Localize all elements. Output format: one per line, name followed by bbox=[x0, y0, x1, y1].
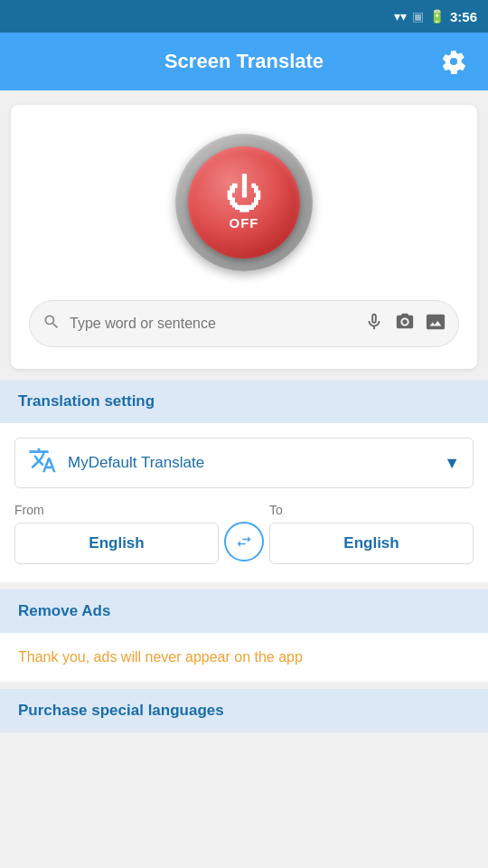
search-actions bbox=[364, 312, 446, 336]
translation-setting-header: Translation setting bbox=[0, 380, 488, 423]
translator-dropdown[interactable]: MyDefault Translate ▼ bbox=[14, 438, 474, 488]
from-label: From bbox=[14, 503, 219, 517]
status-time: 3:56 bbox=[450, 9, 477, 24]
swap-col bbox=[219, 522, 269, 561]
status-icons: ▾▾ ▣ 🔋 3:56 bbox=[394, 9, 477, 24]
to-label: To bbox=[269, 503, 474, 517]
settings-button[interactable] bbox=[437, 45, 470, 78]
from-language-col: From English bbox=[14, 503, 219, 564]
settings-icon bbox=[441, 49, 466, 74]
image-translate-icon[interactable] bbox=[426, 312, 446, 336]
translation-settings-card: MyDefault Translate ▼ From English To En… bbox=[0, 423, 488, 582]
remove-ads-header: Remove Ads bbox=[0, 590, 488, 633]
to-language-button[interactable]: English bbox=[269, 523, 474, 564]
translator-icon bbox=[28, 446, 57, 481]
dropdown-arrow-icon: ▼ bbox=[444, 454, 460, 473]
from-language-button[interactable]: English bbox=[14, 523, 219, 564]
translator-name: MyDefault Translate bbox=[68, 454, 433, 472]
remove-ads-message: Thank you, ads will never appear on the … bbox=[18, 649, 303, 665]
swap-languages-button[interactable] bbox=[224, 522, 264, 561]
search-bar[interactable] bbox=[29, 300, 459, 347]
search-input[interactable] bbox=[70, 316, 355, 332]
app-header: Screen Translate bbox=[0, 33, 488, 90]
main-card: ⏻ OFF bbox=[11, 105, 477, 369]
purchase-title: Purchase special languages bbox=[18, 702, 224, 719]
battery-icon: 🔋 bbox=[429, 9, 445, 24]
search-icon bbox=[42, 313, 61, 335]
to-language-col: To English bbox=[269, 503, 474, 564]
camera-icon[interactable] bbox=[395, 312, 415, 336]
translation-setting-title: Translation setting bbox=[18, 392, 155, 410]
microphone-icon[interactable] bbox=[364, 312, 384, 336]
remove-ads-card: Thank you, ads will never appear on the … bbox=[0, 633, 488, 682]
app-title: Screen Translate bbox=[51, 50, 437, 73]
power-button[interactable]: ⏻ OFF bbox=[188, 146, 300, 259]
language-row: From English To English bbox=[14, 503, 474, 564]
wifi-icon: ▾▾ bbox=[394, 9, 407, 24]
power-button-outer: ⏻ OFF bbox=[175, 134, 313, 271]
power-label: OFF bbox=[230, 215, 259, 231]
remove-ads-title: Remove Ads bbox=[18, 602, 110, 619]
power-icon: ⏻ bbox=[225, 175, 263, 213]
purchase-header: Purchase special languages bbox=[0, 689, 488, 732]
power-button-container[interactable]: ⏻ OFF bbox=[172, 130, 316, 275]
status-bar: ▾▾ ▣ 🔋 3:56 bbox=[0, 0, 488, 33]
signal-icon: ▣ bbox=[412, 9, 424, 24]
